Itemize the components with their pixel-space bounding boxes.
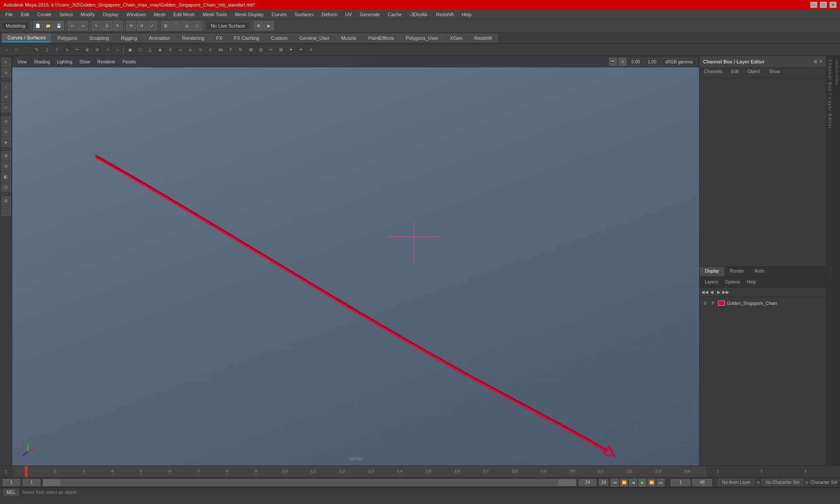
no-anim-layer-label[interactable]: No Anim Layer [718,479,755,486]
menu-display[interactable]: Display [99,11,122,18]
tool-birail[interactable]: ⊠ [246,45,256,55]
play-back-btn[interactable]: ◀ [629,479,637,486]
tab-xgen[interactable]: XGen [444,34,468,42]
menu-help[interactable]: Help [458,11,475,18]
new-scene-btn[interactable]: 📄 [33,21,43,31]
step-back-btn[interactable]: ⏪ [620,479,628,486]
anim-end-field[interactable] [692,479,712,486]
color-space-selector[interactable]: sRGB gamma [661,58,696,66]
layout-btn-1[interactable]: ⊟ [1,161,11,171]
menu-mesh-tools[interactable]: Mesh Tools [199,11,230,18]
tool-detach[interactable]: ⊖ [92,45,102,55]
minimize-button[interactable]: ─ [810,2,817,8]
undo-btn[interactable]: ↩ [68,21,77,31]
layers-menu[interactable]: Layers [702,279,721,285]
vp-show-menu[interactable]: Show [77,59,93,65]
vp-panels-menu[interactable]: Panels [120,59,139,65]
tool-loft[interactable]: ⋈ [216,45,225,55]
snap-btn[interactable]: ⋅ [1,206,11,216]
tool-surface2[interactable]: ⊃ [196,45,205,55]
menu-select[interactable]: Select [56,11,77,18]
menu-mesh[interactable]: Mesh [150,11,169,18]
show-manip-btn[interactable]: ◈ [1,137,11,147]
tool-pencil[interactable]: ✎ [32,45,42,55]
tab-muscle[interactable]: Muscle [336,34,362,42]
layer-back-btn[interactable]: ◀ [708,289,715,296]
menu-surfaces[interactable]: Surfaces [291,11,317,18]
menu-modify[interactable]: Modify [77,11,98,18]
tab-polygons[interactable]: Polygons [52,34,83,42]
layer-prev-btn[interactable]: ◀◀ [701,289,708,296]
rotate-btn[interactable]: ↺ [137,21,147,31]
layer-color-swatch[interactable] [718,301,725,306]
menu-uv[interactable]: UV [342,11,355,18]
snap-point-btn[interactable]: ◎ [182,21,192,31]
sculpt-btn[interactable]: ⊙ [1,127,11,136]
display-tab-anim[interactable]: Anim [749,267,770,276]
display-tab-render[interactable]: Render [724,267,749,276]
go-to-start-btn[interactable]: ⏮ [611,479,619,486]
menu-edit-mesh[interactable]: Edit Mesh [170,11,198,18]
tool-torus[interactable]: ⊙ [165,45,175,55]
play-fwd-btn[interactable]: ▶ [638,479,646,486]
render-btn[interactable]: ▶ [264,21,274,31]
menu-windows[interactable]: Windows [123,11,150,18]
snap-surface-btn[interactable]: ◻ [192,21,202,31]
select-tool-btn[interactable]: ↖ [1,58,11,67]
tool-boundary[interactable]: ⊟ [256,45,266,55]
timeline-track[interactable]: 1 2 3 4 5 6 7 8 9 [12,466,706,477]
menu-create[interactable]: Create [34,11,55,18]
vp-view-menu[interactable]: View [15,59,30,65]
display-tab-display[interactable]: Display [700,267,724,276]
channel-tab-object[interactable]: Object [743,67,765,77]
panel-expand-btn[interactable]: ⊞ [814,59,817,64]
layer-playback-p[interactable]: P [710,301,716,306]
tool-attach[interactable]: ⊕ [82,45,92,55]
layer-next-btn[interactable]: ▶▶ [722,289,729,296]
modeling-mode-selector[interactable]: Modeling [2,22,29,30]
layer-visibility-v[interactable]: V [702,301,708,306]
channel-tab-channels[interactable]: Channels [700,67,727,77]
tool-bezier[interactable]: ∫ [42,45,52,55]
move-tool-btn[interactable]: ↕ [1,82,11,91]
anim-layer-options-btn[interactable]: ⚙ [756,480,760,485]
step-fwd-btn[interactable]: ⏩ [648,479,655,486]
tool-sculpt[interactable]: ✦ [286,45,296,55]
region-select-btn[interactable]: ⊞ [1,151,11,161]
menu-deform[interactable]: Deform [318,11,341,18]
tool-square[interactable]: □ [12,45,21,55]
tool-diamond[interactable]: ◈ [155,45,165,55]
help-menu[interactable]: Help [744,279,759,285]
vp-shading-menu[interactable]: Shading [32,59,53,65]
snap-curve-btn[interactable]: ⌒ [172,21,181,31]
tool-ep[interactable]: ⌇ [52,45,62,55]
menu-mesh-display[interactable]: Mesh Display [231,11,267,18]
menu-edit[interactable]: Edit [18,11,33,18]
tab-rigging[interactable]: Rigging [115,34,143,42]
paint-select-btn[interactable]: ✎ [1,68,11,78]
tool-curve3[interactable]: ⌣ [112,45,122,55]
tool-circle[interactable]: ○ [2,45,11,55]
channel-tab-show[interactable]: Show [764,67,784,77]
go-to-end-btn[interactable]: ⏭ [657,479,665,486]
snap-grid-btn[interactable]: ⊞ [161,21,171,31]
attribute-editor-strip[interactable]: Channel Box / Layer Editor [826,56,833,466]
vp-renderer-menu[interactable]: Renderer [94,59,118,65]
paint-btn[interactable]: ✎ [113,21,122,31]
range-slider[interactable] [43,479,576,486]
current-frame-input[interactable] [23,479,40,486]
tab-rendering[interactable]: Rendering [176,34,210,42]
select-cam-btn[interactable]: ⊙ [619,58,626,66]
scale-btn[interactable]: ⤢ [147,21,157,31]
tool-sphere[interactable]: ◉ [125,45,135,55]
tab-sculpting[interactable]: Sculpting [84,34,115,42]
render-settings-btn[interactable]: ⚙ [254,21,263,31]
tool-cone[interactable]: △ [145,45,155,55]
tool-cube[interactable]: ⬡ [135,45,145,55]
panel-close-btn[interactable]: ✕ [819,59,822,64]
close-button[interactable]: ✕ [830,2,836,8]
vp-lighting-menu[interactable]: Lighting [54,59,75,65]
tab-general-user[interactable]: General_User [294,34,335,42]
rotate-tool-btn[interactable]: ↺ [1,92,11,102]
soft-mod-btn[interactable]: ◎ [1,116,11,126]
